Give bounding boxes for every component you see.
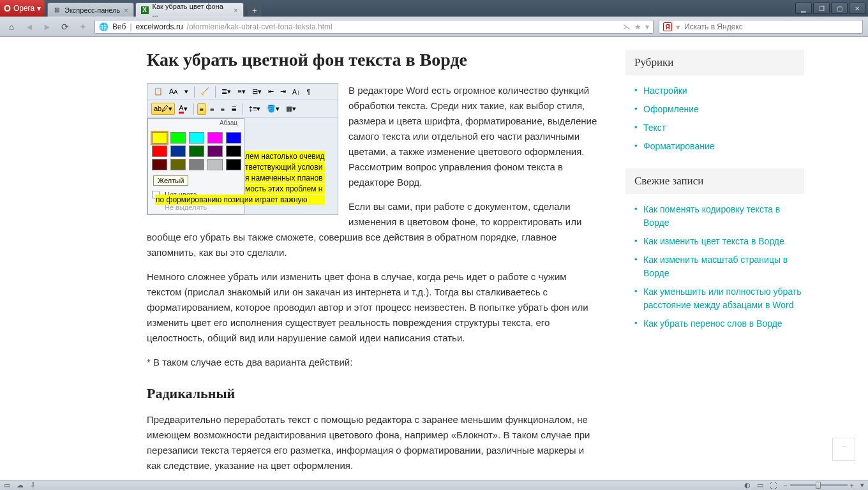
- opera-label: Opera: [13, 4, 34, 13]
- maximize-button[interactable]: ▢: [831, 3, 848, 14]
- home-button[interactable]: ⌂: [5, 20, 18, 33]
- bookmark-star-icon[interactable]: ★: [634, 22, 641, 31]
- rss-icon[interactable]: ⋋: [623, 22, 631, 31]
- search-input[interactable]: [684, 22, 858, 31]
- close-button[interactable]: ✕: [849, 3, 865, 14]
- address-bar: ⌂ ◄ ► ⟳ ✦ 🌐 Веб | excelwords.ru/oformlen…: [0, 17, 868, 37]
- tab-article[interactable]: X Как убрать цвет фона ... ×: [135, 3, 244, 17]
- url-scheme-label: Веб: [112, 22, 126, 31]
- url-path: /oformlenie/kak-ubrat-cvet-fona-teksta.h…: [187, 22, 333, 31]
- globe-icon: 🌐: [99, 22, 108, 31]
- url-domain: excelwords.ru: [136, 22, 183, 31]
- back-button[interactable]: ◄: [23, 20, 36, 33]
- chevron-down-icon[interactable]: ▾: [676, 22, 680, 32]
- minimize-button[interactable]: ▁: [795, 3, 812, 14]
- title-bar: O Opera ▾ ⊞ Экспресс-панель × X Как убра…: [0, 0, 868, 17]
- chevron-down-icon: ▾: [37, 4, 41, 13]
- excel-favicon-icon: X: [141, 6, 149, 14]
- grid-icon: ⊞: [53, 6, 61, 14]
- reload-button[interactable]: ⟳: [59, 20, 71, 33]
- yandex-icon: Я: [663, 22, 672, 31]
- tab-strip: ⊞ Экспресс-панель × X Как убрать цвет фо…: [45, 0, 793, 17]
- tab-label: Как убрать цвет фона ...: [153, 3, 230, 18]
- close-icon[interactable]: ×: [124, 6, 128, 14]
- dropdown-icon[interactable]: ▾: [645, 22, 649, 31]
- search-box[interactable]: Я ▾: [659, 20, 863, 34]
- forward-button[interactable]: ►: [41, 20, 54, 33]
- new-tab-button[interactable]: +: [248, 4, 262, 17]
- wand-button[interactable]: ✦: [77, 20, 89, 33]
- tab-label: Экспресс-панель: [64, 6, 120, 14]
- opera-menu-button[interactable]: O Opera ▾: [0, 0, 45, 17]
- opera-logo-icon: O: [4, 3, 11, 13]
- restore-button[interactable]: ❐: [813, 3, 830, 14]
- close-icon[interactable]: ×: [234, 6, 237, 14]
- window-controls: ▁ ❐ ▢ ✕: [793, 0, 868, 17]
- tab-speed-dial[interactable]: ⊞ Экспресс-панель ×: [47, 3, 134, 17]
- url-field[interactable]: 🌐 Веб | excelwords.ru/oformlenie/kak-ubr…: [94, 20, 654, 34]
